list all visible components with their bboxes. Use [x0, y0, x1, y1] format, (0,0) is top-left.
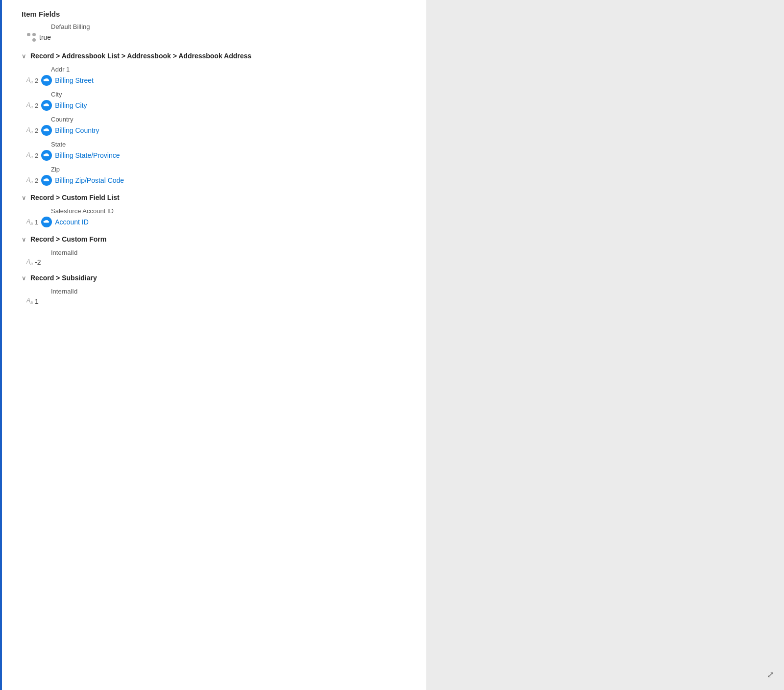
section-header-custom-form[interactable]: ∨ Record > Custom Form	[22, 235, 407, 243]
field-link[interactable]: Billing State/Province	[55, 151, 120, 159]
section-breadcrumb-addressbook-address: Record > Addressbook List > Addressbook …	[30, 52, 251, 60]
field-value-row: Aa -2	[26, 258, 407, 266]
item-fields-section: Item Fields Default Billing true	[22, 10, 407, 42]
field-label: InternalId	[51, 249, 407, 256]
field-priority: 1	[35, 219, 38, 226]
field-label: InternalId	[51, 288, 407, 295]
aa-type-icon: Aa	[26, 76, 33, 84]
field-link[interactable]: Billing Country	[55, 126, 99, 134]
field-row: Aa 2 Billing Zip/Postal Code	[26, 175, 407, 186]
default-billing-row: true	[26, 32, 407, 42]
section-header-subsidiary[interactable]: ∨ Record > Subsidiary	[22, 274, 407, 282]
default-billing-label: Default Billing	[51, 23, 407, 30]
salesforce-badge	[41, 175, 52, 186]
aa-type-icon: Aa	[26, 218, 33, 226]
aa-type-icon: Aa	[26, 126, 33, 134]
field-label: Zip	[51, 166, 407, 173]
field-row: Aa 2 Billing City	[26, 100, 407, 111]
field-value-row: Aa 1	[26, 297, 407, 305]
aa-type-icon: Aa	[26, 176, 33, 184]
salesforce-badge	[41, 100, 52, 111]
section-breadcrumb-custom-field-list: Record > Custom Field List	[30, 194, 120, 201]
chevron-icon[interactable]: ∨	[22, 236, 26, 243]
aa-type-icon: Aa	[26, 297, 33, 305]
section-header-custom-field-list[interactable]: ∨ Record > Custom Field List	[22, 194, 407, 201]
field-link[interactable]: Billing Zip/Postal Code	[55, 176, 124, 184]
item-fields-title: Item Fields	[22, 10, 407, 18]
field-row: Aa 1 Account ID	[26, 217, 407, 227]
chevron-icon[interactable]: ∨	[22, 52, 26, 60]
aa-type-icon: Aa	[26, 258, 33, 266]
field-label: State	[51, 141, 407, 148]
field-label: City	[51, 91, 407, 98]
field-label: Country	[51, 116, 407, 123]
chevron-icon[interactable]: ∨	[22, 194, 26, 201]
field-priority: 2	[35, 152, 38, 159]
section-subsidiary: ∨ Record > Subsidiary InternalId Aa 1	[22, 274, 407, 305]
default-billing-value: true	[39, 33, 51, 41]
dots-icon	[26, 32, 36, 42]
field-priority: 2	[35, 177, 38, 184]
field-priority: 2	[35, 102, 38, 109]
field-static-value: -2	[35, 258, 41, 266]
field-link[interactable]: Account ID	[55, 218, 88, 226]
salesforce-badge	[41, 75, 52, 86]
field-static-value: 1	[35, 297, 39, 305]
right-panel	[426, 0, 784, 690]
section-breadcrumb-subsidiary: Record > Subsidiary	[30, 274, 97, 282]
aa-type-icon: Aa	[26, 101, 33, 109]
field-row: Aa 2 Billing State/Province	[26, 150, 407, 161]
field-priority: 2	[35, 77, 38, 84]
section-header-addressbook-address[interactable]: ∨ Record > Addressbook List > Addressboo…	[22, 52, 407, 60]
field-label: Salesforce Account ID	[51, 207, 407, 215]
section-custom-field-list: ∨ Record > Custom Field List Salesforce …	[22, 194, 407, 227]
sections-container: ∨ Record > Addressbook List > Addressboo…	[22, 52, 407, 305]
field-row: Aa 2 Billing Country	[26, 125, 407, 136]
aa-type-icon: Aa	[26, 151, 33, 159]
field-priority: 2	[35, 127, 38, 134]
field-label: Addr 1	[51, 66, 407, 73]
expand-icon[interactable]: ⤢	[767, 669, 774, 680]
salesforce-badge	[41, 150, 52, 161]
salesforce-badge	[41, 125, 52, 136]
field-link[interactable]: Billing City	[55, 101, 87, 109]
section-breadcrumb-custom-form: Record > Custom Form	[30, 235, 106, 243]
section-custom-form: ∨ Record > Custom Form InternalId Aa -2	[22, 235, 407, 266]
field-link[interactable]: Billing Street	[55, 76, 94, 84]
chevron-icon[interactable]: ∨	[22, 274, 26, 282]
field-row: Aa 2 Billing Street	[26, 75, 407, 86]
salesforce-badge	[41, 217, 52, 227]
section-addressbook-address: ∨ Record > Addressbook List > Addressboo…	[22, 52, 407, 186]
